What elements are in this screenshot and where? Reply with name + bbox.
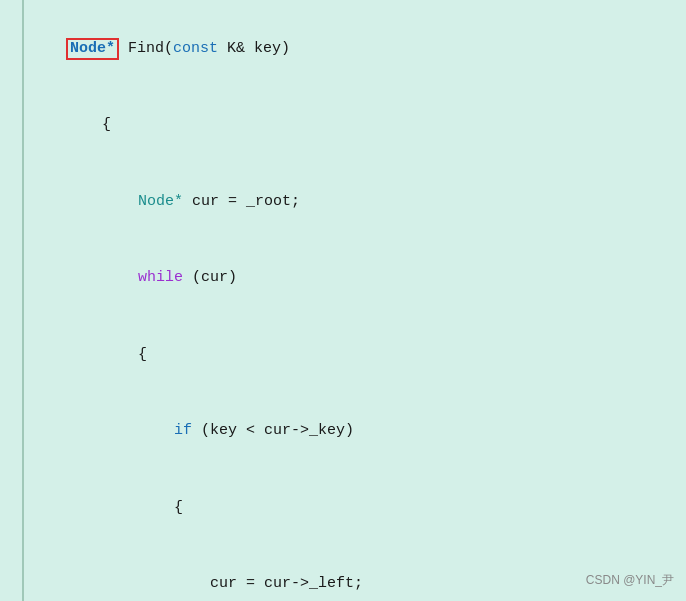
code-line-1: Node* Find(const K& key) xyxy=(30,10,686,87)
code-line-3: Node* cur = _root; xyxy=(30,163,686,240)
watermark: CSDN @YIN_尹 xyxy=(586,572,674,589)
line1-text: Find(const K& key) xyxy=(119,40,290,57)
node-highlight: Node* xyxy=(66,38,119,60)
code-line-2: { xyxy=(30,87,686,164)
code-line-6: if (key < cur->_key) xyxy=(30,393,686,470)
code-line-5: { xyxy=(30,316,686,393)
code-container: Node* Find(const K& key) { Node* cur = _… xyxy=(0,0,686,601)
code-line-4: while (cur) xyxy=(30,240,686,317)
code-line-7: { xyxy=(30,469,686,546)
left-border xyxy=(22,0,24,601)
